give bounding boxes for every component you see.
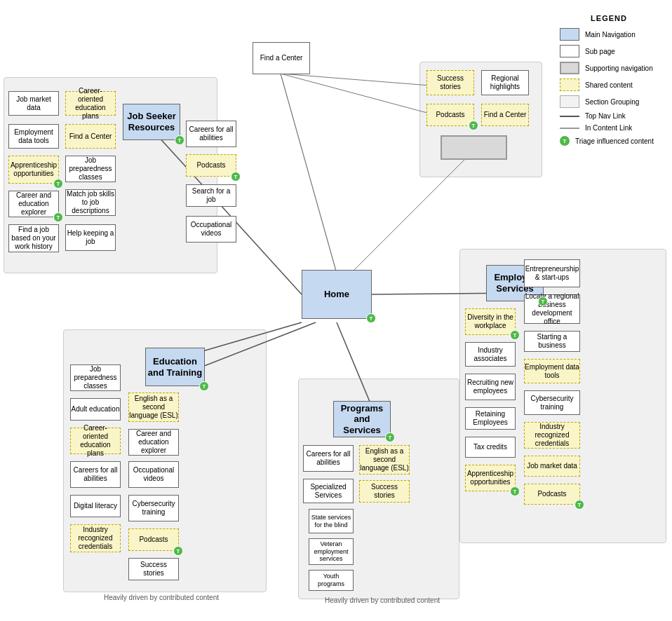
employment-data-tools-node[interactable]: Employment data tools (8, 124, 59, 149)
programs-triage: T (385, 432, 395, 442)
legend-title: LEGEND (560, 14, 658, 22)
legend-triage-label: Triage influenced content (575, 137, 654, 145)
cybersec-es-node[interactable]: Cybersecurity training (524, 390, 580, 415)
legend-sub-page: Sub page (560, 45, 658, 57)
regional-highlights-node[interactable]: Regional highlights (481, 70, 529, 95)
legend-sub-label: Sub page (585, 48, 615, 55)
podcasts-js-triage: T (231, 172, 241, 182)
legend-section-label: Section Grouping (585, 98, 639, 106)
entrepreneurship-node[interactable]: Entrepreneurship & start-ups (524, 259, 580, 287)
careers-all-abilities-ps-node[interactable]: Careers for all abilities (303, 445, 354, 472)
specialized-services-node[interactable]: Specialized Services (303, 479, 354, 503)
legend-sub-icon (560, 45, 579, 57)
podcasts-js-node[interactable]: Podcasts (186, 154, 236, 177)
success-stories-et-node[interactable]: Success stories (128, 558, 179, 580)
legend-topnav-link: Top Nav Link (560, 112, 658, 120)
career-edu-plans-et-node[interactable]: Career-oriented education plans (70, 428, 121, 454)
success-stories-ps-node[interactable]: Success stories (359, 480, 410, 503)
legend-shared-content: Shared content (560, 79, 658, 91)
podcasts-top-triage: T (469, 121, 478, 130)
employer-triage: T (538, 296, 548, 306)
diagram-container: Home T Find a Center Success stories Reg… (0, 0, 672, 621)
job-market-data-node[interactable]: Job market data (8, 91, 59, 116)
programs-services-node[interactable]: Programs and Services (333, 401, 391, 437)
digital-literacy-node[interactable]: Digital literacy (70, 495, 121, 517)
programs-section-label: Heavily driven by contributed content (309, 596, 456, 604)
diversity-triage: T (510, 330, 520, 340)
legend-triage: T Triage influenced content (560, 136, 658, 146)
find-center-top-node[interactable]: Find a Center (253, 42, 310, 74)
occupational-videos-js-node[interactable]: Occupational videos (186, 216, 236, 243)
tax-credits-node[interactable]: Tax credits (465, 437, 516, 458)
success-stories-top-node[interactable]: Success stories (426, 70, 474, 95)
job-market-es-node[interactable]: Job market data (524, 456, 580, 477)
legend-triage-icon: T (560, 136, 570, 146)
legend-supporting-icon (560, 62, 579, 74)
legend-topnav-label: Top Nav Link (585, 112, 626, 120)
veteran-employment-node[interactable]: Veteran employment services (309, 538, 354, 565)
legend-supporting-label: Supporting navigation (585, 64, 653, 72)
legend-main-nav: Main Navigation (560, 28, 658, 41)
recruiting-new-employees-node[interactable]: Recruiting new employees (465, 374, 516, 400)
podcasts-et-node[interactable]: Podcasts (128, 528, 179, 551)
legend-main-icon (560, 28, 579, 41)
cybersec-et-node[interactable]: Cybersecurity training (128, 495, 179, 521)
career-edu-triage-js: T (53, 212, 63, 222)
job-prep-classes-js-node[interactable]: Job preparedness classes (65, 156, 116, 182)
legend-incontent-label: In Content Link (585, 124, 632, 132)
search-job-node[interactable]: Search for a job (186, 184, 236, 207)
careers-all-abilities-js-node[interactable]: Careers for all abilities (186, 121, 236, 147)
podcasts-es-triage: T (574, 500, 584, 510)
legend-section-icon (560, 95, 579, 108)
legend-main-label: Main Navigation (585, 31, 636, 39)
careers-all-abilities-et-node[interactable]: Careers for all abilities (70, 461, 121, 488)
career-edu-plans-js-node[interactable]: Career-oriented education plans (65, 91, 116, 116)
career-edu-explorer-js-node[interactable]: Career and education explorer (8, 191, 59, 217)
apprenticeship-opp-node[interactable]: Apprenticeship opportunities (8, 156, 59, 184)
esl-ps-node[interactable]: English as a second language (ESL) (359, 445, 410, 475)
svg-line-0 (281, 74, 337, 273)
legend-topnav-icon (560, 116, 579, 117)
home-triage: T (366, 313, 376, 323)
legend: LEGEND Main Navigation Sub page Supporti… (553, 7, 665, 157)
podcasts-es-node[interactable]: Podcasts (524, 484, 580, 505)
job-prep-classes-et-node[interactable]: Job preparedness classes (70, 364, 121, 391)
locate-biz-dev-node[interactable]: Locate a regional business development o… (524, 294, 580, 324)
legend-incontent-icon (560, 128, 579, 129)
apprenticeship-es-triage: T (510, 486, 520, 496)
apprenticeship-es-node[interactable]: Apprenticeship opportunities (465, 465, 516, 491)
home-node[interactable]: Home (302, 270, 372, 319)
emp-data-tools-es-node[interactable]: Employment data tools (524, 359, 580, 383)
occ-videos-et-node[interactable]: Occupational videos (128, 461, 179, 488)
state-services-blind-node[interactable]: State services for the blind (309, 509, 354, 533)
starting-business-node[interactable]: Starting a business (524, 331, 580, 352)
podcasts-et-triage: T (173, 546, 183, 556)
find-center-shared-node[interactable]: Find a Center (481, 104, 529, 126)
industry-cred-es-node[interactable]: Industry recognized credentials (524, 422, 580, 449)
education-training-node[interactable]: Education and Training (145, 348, 205, 386)
industry-associates-node[interactable]: Industry associates (465, 342, 516, 367)
find-job-history-node[interactable]: Find a job based on your work history (8, 224, 59, 252)
find-center-js-node[interactable]: Find a Center (65, 124, 116, 149)
job-seeker-triage: T (175, 135, 184, 145)
job-seeker-node[interactable]: Job Seeker Resources (123, 104, 180, 140)
career-edu-explorer-et-node[interactable]: Career and education explorer (128, 429, 179, 456)
legend-shared-label: Shared content (585, 81, 633, 89)
match-job-skills-node[interactable]: Match job skills to job descriptions (65, 189, 116, 216)
adult-edu-node[interactable]: Adult education (70, 398, 121, 421)
youth-programs-node[interactable]: Youth programs (309, 570, 354, 591)
apprenticeship-triage: T (53, 179, 63, 189)
diversity-workplace-node[interactable]: Diversity in the workplace (465, 308, 516, 335)
legend-supporting-nav: Supporting navigation (560, 62, 658, 74)
podcasts-top-node[interactable]: Podcasts (426, 104, 474, 126)
legend-incontent-link: In Content Link (560, 124, 658, 132)
help-keeping-job-node[interactable]: Help keeping a job (65, 224, 116, 251)
legend-shared-icon (560, 79, 579, 91)
industry-cred-et-node[interactable]: Industry recognized credentials (70, 524, 121, 552)
supporting-nav-box[interactable] (441, 135, 507, 160)
legend-section-group: Section Grouping (560, 95, 658, 108)
education-section-label: Heavily driven by contributed content (91, 594, 231, 601)
esl-node[interactable]: English as a second language (ESL) (128, 393, 179, 422)
retaining-employees-node[interactable]: Retaining Employees (465, 407, 516, 430)
education-triage: T (199, 381, 209, 391)
